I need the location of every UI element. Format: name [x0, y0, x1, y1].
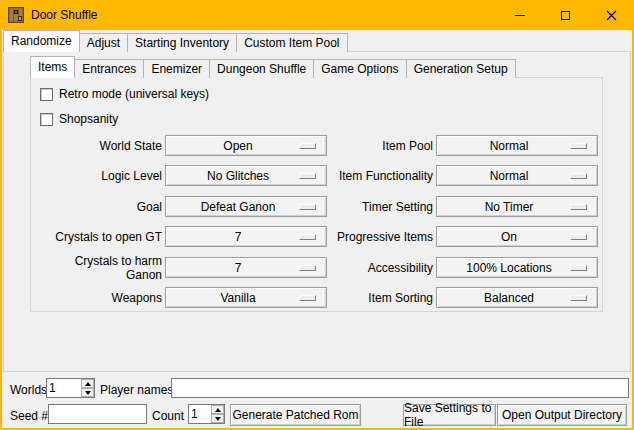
- world-state-value: Open: [223, 139, 252, 153]
- tab-custom-item-pool[interactable]: Custom Item Pool: [236, 33, 347, 52]
- tab-enemizer[interactable]: Enemizer: [143, 59, 210, 78]
- logic-level-value: No Glitches: [207, 169, 269, 183]
- save-settings-button[interactable]: Save Settings to File: [403, 404, 496, 426]
- accessibility-dropdown[interactable]: 100% Locations: [436, 257, 598, 278]
- seed-label: Seed #: [10, 406, 48, 426]
- main-tab-bar: Randomize Adjust Starting Inventory Cust…: [3, 30, 347, 52]
- dropdown-indicator-icon: [299, 234, 316, 240]
- retro-mode-label: Retro mode (universal keys): [59, 87, 209, 101]
- tab-dungeon-shuffle[interactable]: Dungeon Shuffle: [209, 59, 314, 78]
- open-output-directory-button[interactable]: Open Output Directory: [497, 404, 627, 426]
- dropdown-indicator-icon: [299, 204, 316, 210]
- dropdown-indicator-icon: [299, 173, 316, 179]
- count-input[interactable]: [189, 405, 211, 423]
- tab-items[interactable]: Items: [30, 56, 75, 78]
- close-button[interactable]: [589, 0, 634, 30]
- minimize-icon: [515, 15, 525, 16]
- window-title: Door Shuffle: [31, 0, 98, 30]
- accessibility-label: Accessibility: [332, 261, 433, 275]
- item-functionality-dropdown[interactable]: Normal: [436, 165, 598, 186]
- shopsanity-checkbox[interactable]: Shopsanity: [40, 112, 118, 126]
- app-door-icon: [8, 7, 24, 23]
- arrow-up-icon: [85, 382, 91, 386]
- item-sorting-label: Item Sorting: [332, 291, 433, 305]
- minimize-button[interactable]: [497, 0, 542, 30]
- weapons-dropdown[interactable]: Vanilla: [165, 287, 327, 308]
- count-spin-up-button[interactable]: [211, 405, 224, 414]
- item-sorting-dropdown[interactable]: Balanced: [436, 287, 598, 308]
- tab-generation-setup[interactable]: Generation Setup: [406, 59, 516, 78]
- retro-mode-checkbox[interactable]: Retro mode (universal keys): [40, 87, 209, 101]
- arrow-down-icon: [85, 391, 91, 395]
- goal-value: Defeat Ganon: [201, 200, 276, 214]
- worlds-spin-down-button[interactable]: [81, 388, 94, 397]
- worlds-spin-up-button[interactable]: [81, 379, 94, 388]
- arrow-up-icon: [215, 408, 221, 412]
- progressive-items-label: Progressive Items: [332, 230, 433, 244]
- count-spin-down-button[interactable]: [211, 414, 224, 423]
- player-names-input[interactable]: [171, 378, 629, 398]
- world-state-dropdown[interactable]: Open: [165, 135, 327, 156]
- player-names-label: Player names: [100, 380, 173, 400]
- tab-entrances[interactable]: Entrances: [74, 59, 144, 78]
- dropdown-indicator-icon: [570, 295, 587, 301]
- progressive-items-dropdown[interactable]: On: [436, 226, 598, 247]
- close-icon: [606, 10, 617, 21]
- tab-starting-inventory[interactable]: Starting Inventory: [127, 33, 237, 52]
- count-spinbox[interactable]: [188, 404, 225, 424]
- timer-setting-dropdown[interactable]: No Timer: [436, 196, 598, 217]
- shopsanity-label: Shopsanity: [59, 112, 118, 126]
- sub-tab-bar: Items Entrances Enemizer Dungeon Shuffle…: [30, 55, 515, 78]
- dropdown-indicator-icon: [570, 173, 587, 179]
- tab-adjust[interactable]: Adjust: [79, 33, 128, 52]
- item-functionality-label: Item Functionality: [332, 169, 433, 183]
- crystals-gt-dropdown[interactable]: 7: [165, 226, 327, 247]
- dropdown-indicator-icon: [570, 234, 587, 240]
- item-sorting-value: Balanced: [484, 291, 534, 305]
- world-state-label: World State: [37, 139, 162, 153]
- item-pool-dropdown[interactable]: Normal: [436, 135, 598, 156]
- weapons-label: Weapons: [37, 291, 162, 305]
- item-pool-value: Normal: [490, 139, 529, 153]
- dropdown-indicator-icon: [570, 143, 587, 149]
- crystals-ganon-label: Crystals to harm Ganon: [37, 254, 162, 282]
- title-bar[interactable]: Door Shuffle: [0, 0, 634, 30]
- goal-dropdown[interactable]: Defeat Ganon: [165, 196, 327, 217]
- checkbox-icon[interactable]: [40, 88, 53, 101]
- crystals-gt-value: 7: [235, 230, 242, 244]
- tab-randomize[interactable]: Randomize: [3, 30, 80, 52]
- dropdown-indicator-icon: [299, 295, 316, 301]
- dropdown-indicator-icon: [570, 265, 587, 271]
- dropdown-indicator-icon: [299, 143, 316, 149]
- accessibility-value: 100% Locations: [466, 261, 551, 275]
- tab-game-options[interactable]: Game Options: [313, 59, 406, 78]
- crystals-gt-label: Crystals to open GT: [37, 230, 162, 244]
- maximize-icon: [561, 11, 570, 20]
- logic-level-dropdown[interactable]: No Glitches: [165, 165, 327, 186]
- item-functionality-value: Normal: [490, 169, 529, 183]
- logic-level-label: Logic Level: [37, 169, 162, 183]
- count-label: Count: [152, 406, 184, 426]
- worlds-input[interactable]: [47, 379, 81, 397]
- timer-setting-label: Timer Setting: [332, 200, 433, 214]
- dropdown-indicator-icon: [299, 265, 316, 271]
- item-pool-label: Item Pool: [332, 139, 433, 153]
- dropdown-indicator-icon: [570, 204, 587, 210]
- timer-setting-value: No Timer: [485, 200, 534, 214]
- door-shuffle-window: Door Shuffle Randomize Adjust Starting I…: [0, 0, 634, 430]
- worlds-label: Worlds: [10, 380, 47, 400]
- arrow-down-icon: [215, 417, 221, 421]
- crystals-ganon-dropdown[interactable]: 7: [165, 257, 327, 278]
- goal-label: Goal: [37, 200, 162, 214]
- generate-patched-rom-button[interactable]: Generate Patched Rom: [230, 404, 361, 426]
- weapons-value: Vanilla: [220, 291, 255, 305]
- seed-input[interactable]: [48, 404, 147, 424]
- crystals-ganon-value: 7: [235, 261, 242, 275]
- progressive-items-value: On: [501, 230, 517, 244]
- worlds-spinbox[interactable]: [46, 378, 95, 398]
- maximize-button[interactable]: [543, 0, 588, 30]
- checkbox-icon[interactable]: [40, 113, 53, 126]
